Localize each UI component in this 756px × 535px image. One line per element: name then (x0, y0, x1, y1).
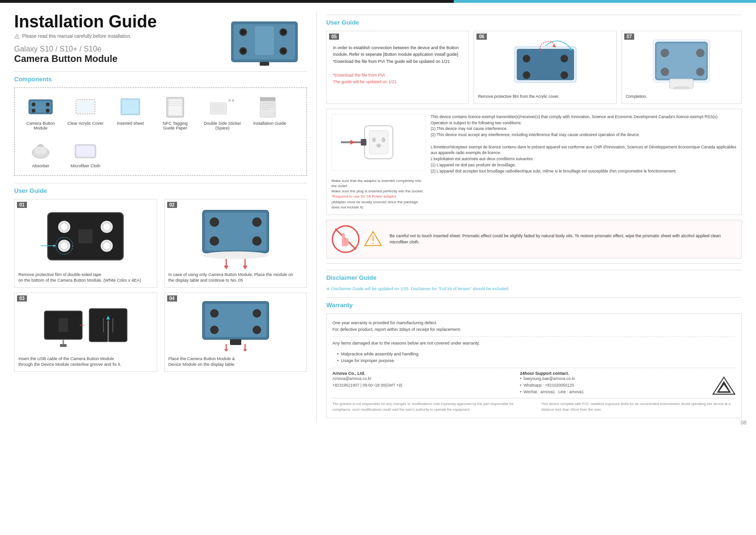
absorber-icon (26, 138, 55, 161)
disclaimer-section: Disclaimer Guide ※ Disclaimer Guide will… (326, 263, 742, 293)
step-01-image (18, 203, 153, 269)
svg-rect-11 (260, 62, 269, 66)
svg-point-46 (34, 146, 47, 155)
svg-point-72 (203, 251, 269, 259)
disclaimer-text: ※ Disclaimer Guide will be updated on 1/… (326, 286, 742, 293)
svg-point-9 (281, 49, 286, 53)
compliance-caption: Make sure that the adaptor is inserted c… (331, 178, 426, 210)
right-column: User Guide 05 In order to establish conn… (316, 12, 742, 423)
warning-text-box: Be careful not to touch inserted sheet. … (390, 233, 737, 246)
svg-rect-113 (369, 130, 388, 154)
svg-point-57 (103, 242, 110, 249)
svg-marker-94 (243, 349, 247, 351)
footer-text: The grantee is not responsible for any c… (332, 398, 736, 412)
warranty-contact: Arnova Co., Ltd. Arnova@arnova.co.kr +82… (332, 371, 736, 395)
component-label-camera: Camera Button Module (22, 121, 59, 130)
step-07-image (626, 35, 738, 92)
step-06-caption: Remove protective film from the Acrylic … (478, 94, 612, 100)
step-06-box: 06 (474, 31, 616, 104)
step-02-caption: In case of using only Camera Button Modu… (169, 272, 303, 284)
svg-marker-119 (350, 140, 355, 145)
component-sticker: X 4 Double Side Sticker(Spare) (201, 95, 244, 130)
component-label-sheet: Inserted sheet (117, 121, 144, 126)
guide-icon (255, 95, 284, 119)
svg-point-98 (561, 55, 568, 62)
inserted-sheet-icon (116, 95, 144, 119)
step-05-content: In order to establish connection between… (331, 35, 465, 87)
component-label-cloth: Microfiber Cloth (70, 164, 100, 168)
svg-point-14 (17, 37, 17, 38)
svg-point-3 (241, 30, 246, 35)
svg-point-87 (253, 309, 261, 318)
component-label-nfc: NFC TaggingGuide Paper (163, 121, 187, 130)
component-inserted-sheet: Inserted sheet (111, 95, 149, 126)
svg-rect-118 (361, 139, 366, 146)
step-05-link: *Download the file from PVIThe guide wil… (333, 73, 397, 84)
component-camera-module: Camera Button Module (22, 95, 59, 130)
component-guide: Installation Guide (251, 95, 289, 126)
step-05-text: In order to establish connection between… (333, 45, 459, 64)
user-guide-left-heading: User Guide (14, 183, 307, 194)
step-02-box: 02 (164, 199, 307, 288)
step-03-box: 03 (14, 293, 157, 372)
svg-rect-24 (77, 101, 93, 112)
svg-point-114 (372, 138, 376, 142)
svg-point-18 (46, 103, 50, 106)
step-02-image (169, 203, 303, 269)
component-label-guide: Installation Guide (253, 121, 286, 126)
step-07-box: 07 (621, 31, 742, 104)
company-phone: +82319521907 | 09:00~18:30(GMT +9) (332, 382, 510, 389)
svg-point-88 (210, 326, 219, 334)
page-number: 08 (741, 420, 747, 425)
left-column: Installation Guide Please read this manu… (14, 12, 307, 423)
step-01-num: 01 (17, 202, 27, 208)
cloth-icon (71, 138, 100, 161)
svg-point-20 (46, 109, 50, 112)
svg-point-66 (210, 236, 219, 246)
component-label-sticker: Double Side Sticker(Spare) (204, 121, 241, 130)
svg-rect-111 (674, 87, 688, 89)
support-title: 24hour Support contact. (520, 371, 698, 376)
step-02-num: 02 (167, 202, 177, 208)
svg-point-64 (210, 217, 219, 227)
support-wechat: • Wechat : arnova1 Line : arnova1 (520, 389, 698, 396)
svg-point-115 (382, 138, 385, 142)
warning-icon (14, 34, 20, 39)
step-grid-bottom: 03 (14, 293, 307, 372)
svg-point-53 (103, 224, 110, 230)
step-06-image (478, 35, 612, 92)
svg-point-89 (253, 326, 261, 334)
svg-point-7 (241, 49, 246, 53)
warranty-not-covered: Any items damaged due to the reasons bel… (332, 340, 736, 346)
step-01-caption: Remove protective film of double-sided t… (18, 272, 153, 284)
warranty-main-text: One year warranty is provided for manufa… (332, 319, 736, 333)
warning-line: Please read this manual carefully before… (14, 34, 217, 39)
svg-point-5 (281, 30, 286, 35)
svg-rect-90 (230, 339, 241, 345)
svg-rect-40 (260, 97, 275, 101)
compliance-text: This device contains licence-exempt tran… (431, 114, 737, 210)
step-04-box: 04 (164, 293, 307, 372)
svg-text:X 4: X 4 (229, 98, 234, 102)
step-07-num: 07 (624, 34, 634, 40)
arnova-logo (707, 371, 736, 395)
step-04-image (169, 297, 303, 354)
svg-point-116 (376, 144, 381, 147)
footer-right: This device complies with FCC radiation … (541, 401, 736, 412)
step-03-caption: Insert the USB cable of the Camera Butto… (18, 356, 153, 368)
warranty-heading: Warranty (326, 297, 742, 309)
step-03-image (18, 297, 153, 354)
component-acrylic: Clear Acrylic Cover (67, 95, 104, 126)
components-box: Camera Button Module Clear Acrylic Cover (14, 87, 307, 176)
user-guide-right-heading: User Guide (326, 15, 742, 26)
svg-marker-92 (224, 349, 228, 351)
step-01-box: 01 (14, 199, 157, 288)
acrylic-icon (71, 95, 100, 119)
disclaimer-heading: Disclaimer Guide (326, 270, 742, 281)
step-06-num: 06 (476, 34, 486, 40)
components-grid: Camera Button Module Clear Acrylic Cover (22, 95, 299, 168)
warning-box: Be careful not to touch inserted sheet. … (326, 220, 742, 259)
component-absorber: Absorber (22, 138, 59, 168)
component-label-absorber: Absorber (32, 164, 50, 168)
svg-point-100 (561, 71, 568, 79)
